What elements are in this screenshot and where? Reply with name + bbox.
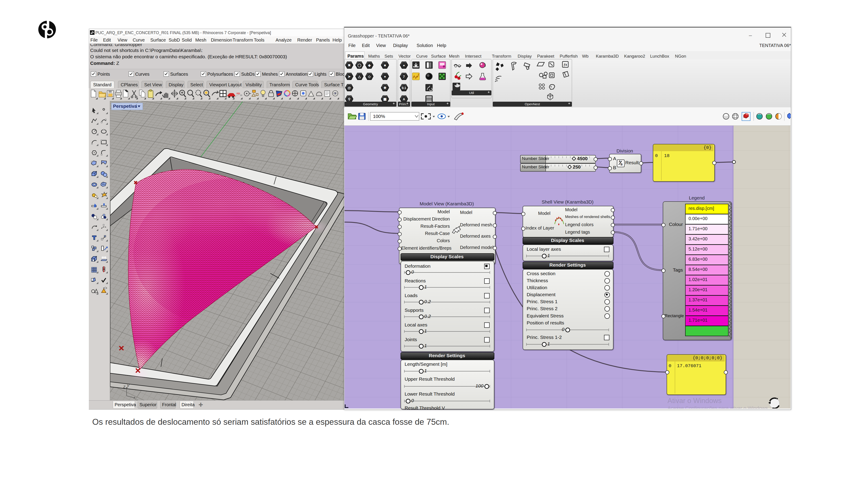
svg-text:◯: ◯ [358,63,362,68]
svg-text:0.1: 0.1 [402,86,406,90]
svg-text:OpenNest: OpenNest [525,102,540,106]
svg-text:➤: ➤ [348,74,351,78]
svg-text:Geometry: Geometry [363,102,378,106]
svg-text:△: △ [358,74,361,78]
svg-text:Util: Util [469,91,474,95]
svg-text:B: B [620,163,622,166]
svg-text:■: ■ [384,63,386,67]
svg-text:▩: ▩ [383,97,386,101]
svg-text:@: @ [348,86,351,90]
svg-text:ƒx: ƒx [563,63,567,66]
svg-text:z: z [123,384,125,389]
svg-text:❉: ❉ [383,86,386,90]
svg-text:✖: ✖ [348,63,351,67]
svg-text:●: ● [384,74,386,78]
svg-text:A: A [403,97,405,101]
svg-text:⚲: ⚲ [348,97,350,101]
svg-text:◇: ◇ [368,74,371,78]
svg-text:y: y [127,383,129,388]
svg-text:◆: ◆ [368,63,371,67]
svg-text:100%: 100% [373,113,385,119]
svg-text:●: ● [403,64,405,67]
svg-text:Input: Input [427,102,435,106]
svg-text:x: x [135,398,138,400]
svg-text:7: 7 [403,75,405,78]
